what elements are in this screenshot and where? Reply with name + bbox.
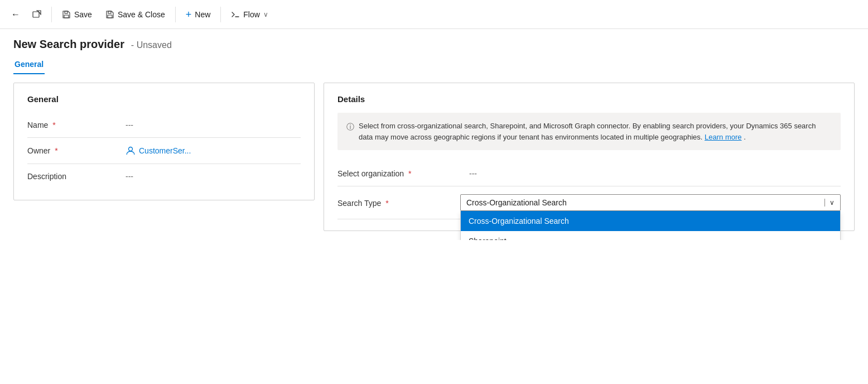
save-close-button[interactable]: Save & Close [100,7,171,22]
new-button[interactable]: + New [180,6,216,23]
learn-more-link[interactable]: Learn more [705,133,741,141]
field-value-select-org: --- [469,169,477,178]
main-content: General Name * --- Owner * CustomerSer..… [0,74,868,240]
search-type-selected-value: Cross-Organizational Search [466,198,567,207]
svg-rect-2 [64,15,69,18]
save-close-label: Save & Close [118,10,165,19]
field-label-search-type: Search Type * [337,199,460,208]
flow-chevron-icon: ∨ [263,11,268,18]
back-button[interactable]: ← [7,6,25,23]
field-label-name: Name * [27,121,117,129]
owner-person-icon [126,146,136,156]
field-value-name: --- [126,121,133,129]
svg-point-5 [129,147,133,151]
field-row-select-org: Select organization * --- [337,161,841,186]
svg-rect-0 [33,12,39,17]
new-icon: + [186,9,192,20]
page-title: New Search provider [13,38,124,50]
svg-rect-4 [108,15,112,18]
general-panel: General Name * --- Owner * CustomerSer..… [13,83,315,200]
required-indicator-search-type: * [385,199,388,208]
search-type-select-wrapper: Cross-Organizational Search ∨ Cross-Orga… [460,194,841,211]
popout-button[interactable] [27,7,47,22]
owner-label: CustomerSer... [139,146,191,155]
toolbar-divider-2 [175,7,176,22]
save-icon [62,10,71,19]
page-header: New Search provider - Unsaved [0,29,868,51]
field-value-description: --- [126,172,133,181]
details-panel-title: Details [337,94,841,104]
dropdown-option-cross-org[interactable]: Cross-Organizational Search [461,211,840,231]
select-chevron-icon: ∨ [824,199,835,207]
save-close-icon [105,10,114,19]
field-row-owner: Owner * CustomerSer... [27,138,301,164]
field-label-select-org: Select organization * [337,169,460,178]
dropdown-option-sharepoint[interactable]: Sharepoint [461,231,840,240]
flow-label: Flow [243,10,260,19]
flow-icon [231,10,240,19]
new-label: New [195,10,210,19]
info-text: Select from cross-organizational search,… [359,121,832,142]
details-panel: Details ⓘ Select from cross-organization… [324,83,855,231]
field-row-search-type: Search Type * Cross-Organizational Searc… [337,186,841,219]
save-label: Save [74,10,92,19]
required-indicator-org: * [408,169,411,178]
svg-rect-1 [65,11,67,13]
back-icon: ← [11,9,20,20]
search-type-select[interactable]: Cross-Organizational Search ∨ [460,194,841,211]
toolbar-divider-1 [51,7,52,22]
field-row-name: Name * --- [27,113,301,138]
field-label-owner: Owner * [27,146,117,155]
general-panel-title: General [27,94,301,104]
search-type-dropdown: Cross-Organizational Search Sharepoint M… [460,211,841,240]
save-button[interactable]: Save [56,7,98,22]
info-icon: ⓘ [346,121,354,142]
required-indicator-owner: * [55,146,57,155]
flow-button[interactable]: Flow ∨ [225,7,274,22]
svg-rect-3 [108,11,111,13]
tab-general[interactable]: General [13,55,45,74]
popout-icon [32,10,41,19]
info-box: ⓘ Select from cross-organizational searc… [337,113,841,150]
toolbar-divider-3 [220,7,221,22]
field-label-description: Description [27,172,117,181]
required-indicator-name: * [52,121,55,129]
tab-bar: General [0,55,868,74]
page-subtitle: - Unsaved [131,40,172,50]
field-row-description: Description --- [27,164,301,189]
toolbar: ← Save Save & Close + New Flow [0,0,868,29]
owner-value[interactable]: CustomerSer... [126,146,191,156]
